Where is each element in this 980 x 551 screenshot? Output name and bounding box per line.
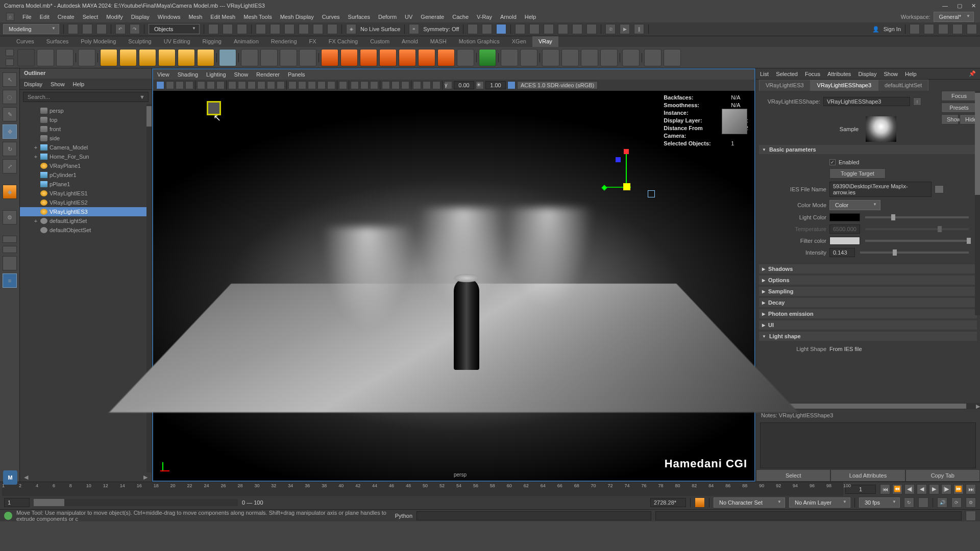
filter-color-slider[interactable] bbox=[865, 240, 969, 242]
vp-shaded-icon[interactable] bbox=[298, 81, 306, 89]
vray-vfb-icon[interactable] bbox=[78, 49, 95, 66]
attr-menu-display[interactable]: Display bbox=[858, 71, 876, 77]
enabled-checkbox[interactable]: ✓ bbox=[829, 159, 836, 165]
shape-nav-icon[interactable]: ↕ bbox=[913, 97, 921, 106]
shelf-tab[interactable]: XGen bbox=[506, 36, 532, 47]
mode-dropdown[interactable]: Modeling bbox=[3, 24, 59, 34]
menu-generate[interactable]: Generate bbox=[421, 14, 444, 20]
vp-lights-icon[interactable] bbox=[317, 81, 326, 89]
redo-icon[interactable]: ↷ bbox=[130, 24, 140, 34]
tree-item[interactable]: +defaultLightSet bbox=[20, 216, 152, 226]
menu-modify[interactable]: Modify bbox=[106, 14, 122, 20]
step-forward-key-button[interactable]: ⏩ bbox=[953, 484, 964, 494]
vray-blend-icon[interactable] bbox=[340, 49, 358, 66]
move-gizmo[interactable] bbox=[605, 152, 627, 188]
section-decay[interactable]: Decay bbox=[759, 298, 977, 307]
vp-aa-icon[interactable] bbox=[401, 81, 409, 89]
shelf-tab[interactable]: MASH bbox=[424, 36, 453, 47]
vray-render-icon[interactable] bbox=[17, 49, 35, 66]
vray-bump-icon[interactable] bbox=[437, 49, 455, 66]
tree-item[interactable]: +Home_For_Sun bbox=[20, 152, 152, 161]
vray-about-icon[interactable] bbox=[664, 49, 681, 66]
ipr-region-icon[interactable] bbox=[207, 101, 221, 115]
menu-edit[interactable]: Edit bbox=[40, 14, 50, 20]
search-scope-dropdown[interactable]: Objects bbox=[149, 24, 200, 34]
range-start-field[interactable]: 1 bbox=[4, 498, 30, 507]
attr-menu-attributes[interactable]: Attributes bbox=[827, 71, 851, 77]
menu-curves[interactable]: Curves bbox=[322, 14, 340, 20]
browse-file-button[interactable] bbox=[935, 185, 944, 193]
menu-mesh-tools[interactable]: Mesh Tools bbox=[243, 14, 272, 20]
fps-dropdown[interactable]: 30 fps bbox=[859, 497, 900, 508]
shelf-tab[interactable]: Sculpting bbox=[122, 36, 157, 47]
vp-gate-mask-icon[interactable] bbox=[257, 81, 265, 89]
construction-history-icon[interactable] bbox=[468, 24, 478, 34]
command-line-input[interactable] bbox=[416, 511, 651, 520]
tree-item[interactable]: top bbox=[20, 115, 152, 124]
anim-layer-dropdown[interactable]: No Anim Layer bbox=[789, 497, 850, 508]
attr-menu-focus[interactable]: Focus bbox=[805, 71, 820, 77]
play-forward-button[interactable]: ▶ bbox=[929, 484, 939, 494]
vray-wrapper-icon[interactable] bbox=[457, 49, 474, 66]
vp-xray-icon[interactable] bbox=[351, 81, 359, 89]
close-button[interactable]: ✕ bbox=[971, 3, 976, 9]
layout-4-icon[interactable] bbox=[952, 24, 963, 34]
pause-icon[interactable]: ‖ bbox=[634, 24, 644, 34]
tree-item[interactable]: persp bbox=[20, 106, 152, 115]
vray-proxy-icon[interactable] bbox=[241, 49, 258, 66]
undo-icon[interactable]: ↶ bbox=[115, 24, 126, 34]
section-photon[interactable]: Photon emission bbox=[759, 309, 977, 318]
vp-xray-joints-icon[interactable] bbox=[360, 81, 369, 89]
vp-color-mgmt-icon[interactable] bbox=[507, 81, 516, 89]
vp-ao-icon[interactable] bbox=[413, 81, 421, 89]
vray-dome-cam-icon[interactable] bbox=[520, 49, 537, 66]
attr-menu-help[interactable]: Help bbox=[905, 71, 917, 77]
vray-light-sphere-icon[interactable] bbox=[139, 49, 156, 66]
menu-select[interactable]: Select bbox=[83, 14, 99, 20]
vray-settings-icon[interactable] bbox=[56, 49, 74, 66]
vray-light-sun-icon[interactable] bbox=[197, 49, 214, 66]
menu-windows[interactable]: Windows bbox=[158, 14, 181, 20]
shelf-tab[interactable]: FX bbox=[303, 36, 323, 47]
menu-create[interactable]: Create bbox=[58, 14, 75, 20]
vp-expose-icon[interactable] bbox=[432, 81, 440, 89]
layout-custom-icon[interactable] bbox=[3, 256, 17, 270]
maya-app-icon[interactable]: M bbox=[3, 470, 17, 485]
vp-shadows-icon[interactable] bbox=[327, 81, 335, 89]
vray-camera-icon[interactable] bbox=[501, 49, 518, 66]
copy-tab-button[interactable]: Copy Tab bbox=[905, 469, 980, 482]
sound-icon[interactable]: 🔊 bbox=[937, 497, 947, 508]
attr-tab-lightset[interactable]: defaultLightSet bbox=[878, 80, 928, 91]
shelf-tab[interactable]: Poly Modeling bbox=[75, 36, 122, 47]
vp-grid-icon[interactable] bbox=[228, 81, 236, 89]
color-mode-dropdown[interactable]: Color bbox=[829, 200, 880, 210]
vp-field-chart-icon[interactable] bbox=[267, 81, 275, 89]
vp-isolate-icon[interactable] bbox=[339, 81, 347, 89]
tool-settings-icon[interactable]: ⚙ bbox=[3, 210, 17, 224]
menu-cache[interactable]: Cache bbox=[452, 14, 469, 20]
attr-menu-selected[interactable]: Selected bbox=[776, 71, 798, 77]
select-tool-icon[interactable] bbox=[208, 24, 218, 34]
menu-deform[interactable]: Deform bbox=[378, 14, 397, 20]
select-tool[interactable]: ↖ bbox=[3, 72, 17, 87]
vp-wireframe-icon[interactable] bbox=[288, 81, 297, 89]
last-tool[interactable]: ◆ bbox=[3, 185, 17, 199]
vp-xray-active-icon[interactable] bbox=[370, 81, 378, 89]
layout-5-icon[interactable] bbox=[967, 24, 977, 34]
tree-item[interactable]: pCylinder1 bbox=[20, 170, 152, 180]
vp-2d-pan-icon[interactable] bbox=[207, 81, 215, 89]
rotate-tool[interactable]: ↻ bbox=[3, 142, 17, 156]
tree-item[interactable]: +Camera_Model bbox=[20, 143, 152, 152]
attr-menu-show[interactable]: Show bbox=[884, 71, 898, 77]
step-back-key-button[interactable]: ⏪ bbox=[892, 484, 902, 494]
shelf-tab[interactable]: Animation bbox=[228, 36, 265, 47]
section-basic[interactable]: Basic parameters bbox=[759, 145, 977, 154]
section-lightshape[interactable]: Light shape bbox=[759, 332, 977, 341]
menu-edit-mesh[interactable]: Edit Mesh bbox=[210, 14, 235, 20]
attr-menu-list[interactable]: List bbox=[760, 71, 769, 77]
playback-prefs-icon[interactable] bbox=[918, 497, 928, 508]
shelf-tab[interactable]: Motion Graphics bbox=[453, 36, 506, 47]
rotation-value[interactable]: 2728.28* bbox=[650, 498, 686, 507]
viewport-canvas[interactable]: Backfaces:N/A Smoothness:N/A Instance:No… bbox=[153, 91, 754, 481]
snap-curve-icon[interactable] bbox=[270, 24, 280, 34]
